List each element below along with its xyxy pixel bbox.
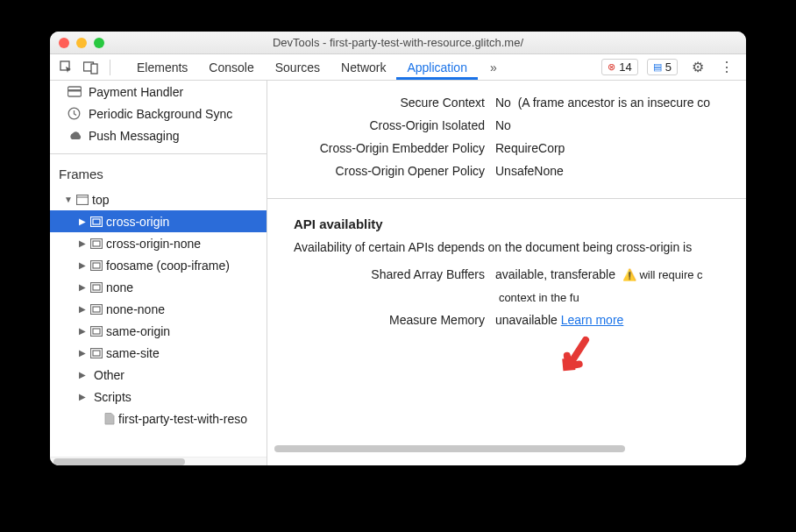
frame-label: Scripts	[94, 390, 131, 404]
frame-icon	[90, 304, 103, 315]
frame-icon	[90, 260, 103, 271]
disclosure-arrow-icon: ▶	[78, 348, 87, 358]
frame-label: cross-origin	[106, 215, 169, 229]
tab-elements[interactable]: Elements	[126, 55, 198, 80]
svg-rect-6	[77, 195, 89, 204]
api-row: Measure Memoryunavailable Learn more	[267, 309, 746, 331]
settings-icon[interactable]: ⚙	[686, 59, 709, 75]
frame-label: Other	[94, 368, 124, 382]
body: Payment HandlerPeriodic Background SyncP…	[50, 81, 746, 465]
frame-scripts[interactable]: ▶Scripts	[50, 386, 267, 408]
detail-value: No (A frame ancestor is an insecure co	[495, 96, 746, 110]
disclosure-arrow-icon: ▶	[78, 370, 87, 379]
detail-row: Secure ContextNo (A frame ancestor is an…	[267, 91, 746, 114]
api-section-title: API availablity	[267, 204, 746, 237]
api-value: available, transferable	[495, 267, 615, 281]
frame-same-site[interactable]: ▶same-site	[50, 342, 267, 364]
api-label: Measure Memory	[267, 313, 495, 327]
window-icon	[76, 195, 89, 205]
zoom-window-button[interactable]	[94, 38, 104, 48]
disclosure-arrow-icon: ▶	[78, 216, 87, 226]
frame-none-none[interactable]: ▶none-none	[50, 298, 267, 320]
frame-other[interactable]: ▶Other	[50, 364, 267, 386]
sidebar-item-label: Push Messaging	[89, 129, 180, 143]
tab-application[interactable]: Application	[396, 55, 478, 80]
inspect-element-icon[interactable]	[57, 58, 76, 77]
svg-rect-2	[91, 64, 97, 74]
learn-more-link[interactable]: Learn more	[561, 313, 624, 327]
api-row: Shared Array Buffersavailable, transfera…	[267, 263, 746, 286]
api-row: context in the fu	[267, 286, 746, 309]
detail-value: No	[495, 118, 746, 132]
svg-rect-9	[93, 219, 100, 224]
frame-foosame-coop-iframe-[interactable]: ▶foosame (coop-iframe)	[50, 254, 267, 276]
frame-label: none	[106, 280, 133, 294]
errors-badge[interactable]: ⊗14	[601, 59, 637, 75]
frame-cross-origin[interactable]: ▶cross-origin	[50, 210, 267, 232]
disclosure-arrow-icon: ▼	[64, 195, 73, 204]
svg-rect-13	[93, 263, 100, 268]
message-icon: ▤	[653, 61, 662, 73]
titlebar: DevTools - first-party-test-with-resourc…	[50, 32, 746, 54]
frames-header: Frames	[50, 154, 267, 188]
minimize-window-button[interactable]	[76, 38, 87, 48]
error-icon: ⊗	[608, 61, 615, 73]
more-tabs-icon[interactable]: »	[483, 57, 504, 78]
svg-rect-17	[93, 307, 100, 312]
frame-icon	[90, 282, 103, 293]
detail-value: UnsafeNone	[495, 164, 746, 178]
frame-icon	[90, 216, 103, 227]
sidebar-item-label: Payment Handler	[89, 85, 183, 99]
toolbar: ElementsConsoleSourcesNetworkApplication…	[50, 54, 746, 81]
disclosure-arrow-icon: ▶	[78, 304, 87, 314]
api-warning: ⚠️ will require c	[622, 268, 703, 281]
sidebar-item-push-messaging[interactable]: Push Messaging	[50, 124, 267, 146]
frame-label: first-party-test-with-reso	[118, 412, 247, 426]
disclosure-arrow-icon: ▶	[78, 326, 87, 336]
credit-card-icon	[68, 86, 82, 98]
sidebar-item-label: Periodic Background Sync	[89, 107, 232, 121]
sidebar: Payment HandlerPeriodic Background SyncP…	[50, 81, 267, 465]
api-label	[267, 290, 495, 304]
frame-label: top	[92, 193, 109, 207]
detail-label: Secure Context	[267, 96, 495, 110]
frame-none[interactable]: ▶none	[50, 276, 267, 298]
api-label: Shared Array Buffers	[267, 267, 495, 281]
device-toggle-icon[interactable]	[82, 58, 101, 77]
svg-rect-4	[68, 89, 82, 92]
sidebar-item-periodic-background-sync[interactable]: Periodic Background Sync	[50, 103, 267, 124]
devtools-window: DevTools - first-party-test-with-resourc…	[50, 32, 746, 465]
frame-icon	[90, 348, 103, 358]
api-section-desc: Availability of certain APIs depends on …	[267, 237, 746, 263]
detail-value: RequireCorp	[495, 141, 746, 155]
traffic-lights	[59, 38, 104, 48]
tab-network[interactable]: Network	[330, 55, 396, 80]
detail-row: Cross-Origin Embedder PolicyRequireCorp	[267, 137, 746, 160]
frame-cross-origin-none[interactable]: ▶cross-origin-none	[50, 232, 267, 254]
frame-same-origin[interactable]: ▶same-origin	[50, 320, 267, 342]
tab-sources[interactable]: Sources	[265, 55, 330, 80]
cloud-icon	[68, 131, 82, 141]
frame-label: same-origin	[106, 324, 170, 338]
tab-console[interactable]: Console	[198, 55, 264, 80]
frame-icon	[90, 326, 103, 337]
close-window-button[interactable]	[59, 38, 69, 48]
detail-label: Cross-Origin Isolated	[267, 118, 495, 132]
svg-rect-19	[93, 329, 100, 334]
toolbar-divider	[110, 60, 110, 75]
frame-label: foosame (coop-iframe)	[106, 259, 230, 273]
file-icon	[104, 413, 115, 425]
frame-first-party-test-with-reso[interactable]: first-party-test-with-reso	[50, 408, 267, 429]
more-menu-icon[interactable]: ⋮	[714, 59, 739, 75]
sidebar-item-payment-handler[interactable]: Payment Handler	[50, 81, 267, 103]
frame-top[interactable]: ▼top	[50, 188, 267, 210]
messages-badge[interactable]: ▤5	[647, 59, 678, 75]
frame-label: same-site	[106, 346, 160, 360]
main-scrollbar[interactable]	[274, 444, 739, 453]
frame-label: cross-origin-none	[106, 237, 201, 251]
panel-tabs: ElementsConsoleSourcesNetworkApplication	[126, 55, 478, 80]
window-title: DevTools - first-party-test-with-resourc…	[50, 36, 746, 49]
sidebar-scrollbar[interactable]	[50, 457, 267, 465]
frame-icon	[90, 238, 103, 249]
disclosure-arrow-icon: ▶	[78, 238, 87, 248]
